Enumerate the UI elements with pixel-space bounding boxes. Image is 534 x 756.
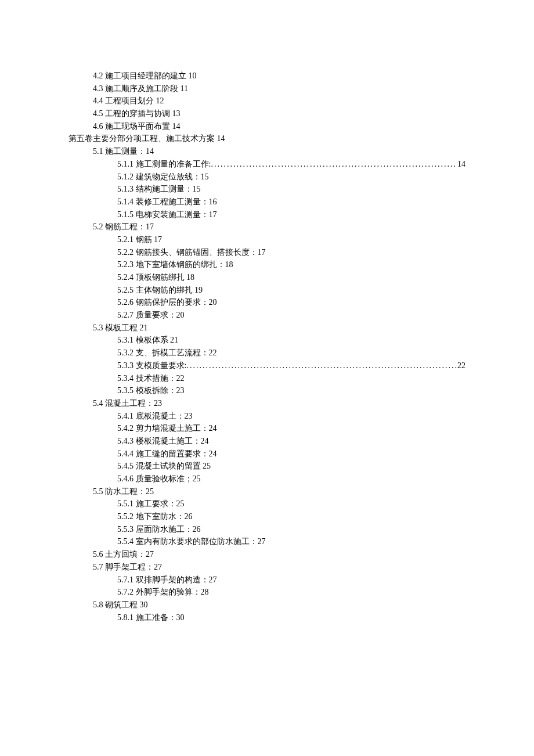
toc-entry-5-2-5: 5.2.5 主体钢筋的绑扎 19: [68, 284, 466, 297]
toc-page: 14: [457, 158, 466, 171]
toc-entry-5-2: 5.2 钢筋工程：17: [68, 221, 466, 233]
toc-text: 5.7 脚手架工程：27: [93, 563, 162, 571]
toc-text: 5.7.2 外脚手架的验算：28: [117, 588, 209, 596]
toc-label: 5.3.3 支模质量要求:: [117, 359, 186, 372]
toc-label: 5.1.1 施工测量的准备工作:: [117, 158, 211, 171]
toc-entry-5-2-3: 5.2.3 地下室墙体钢筋的绑扎：18: [68, 258, 466, 271]
toc-entry-5-2-7: 5.2.7 质量要求：20: [68, 309, 466, 322]
toc-text: 5.3.1 模板体系 21: [117, 336, 178, 344]
toc-text: 5.6 土方回填：27: [93, 550, 154, 559]
toc-entry-5-2-6: 5.2.6 钢筋保护层的要求：20: [68, 296, 466, 309]
toc-entry-5-3: 5.3 模板工程 21: [68, 322, 466, 334]
toc-text: 5.3 模板工程 21: [93, 323, 148, 332]
toc-text: 5.5.4 室内有防水要求的部位防水施工：27: [117, 537, 266, 546]
toc-entry-5-5-4: 5.5.4 室内有防水要求的部位防水施工：27: [68, 535, 466, 548]
toc-entry-5-1-5: 5.1.5 电梯安装施工测量：17: [68, 208, 466, 221]
toc-text: 5.1.3 结构施工测量：15: [117, 185, 201, 193]
toc-entry-5-4-3: 5.4.3 楼板混凝土施工：24: [68, 435, 466, 448]
toc-entry-5-4: 5.4 混凝土工程：23: [68, 397, 466, 410]
toc-text: 5.5.3 屋面防水施工：26: [117, 525, 201, 534]
toc-text: 5.3.4 技术措施：22: [117, 374, 185, 383]
toc-leader-dots: ........................................…: [186, 359, 457, 372]
toc-entry-4-2: 4.2 施工项目经理部的建立 10: [68, 70, 466, 82]
toc-entry-5-2-2: 5.2.2 钢筋接头、钢筋锚固、搭接长度：17: [68, 246, 466, 259]
toc-entry-5-4-1: 5.4.1 底板混凝土：23: [68, 410, 466, 423]
toc-text: 4.4 工程项目划分 12: [93, 96, 164, 105]
toc-entry-5-5-2: 5.5.2 地下室防水：26: [68, 510, 466, 523]
toc-text: 5.7.1 双排脚手架的构造：27: [117, 575, 217, 584]
toc-entry-5-7: 5.7 脚手架工程：27: [68, 561, 466, 574]
toc-entry-5-2-1: 5.2.1 钢筋 17: [68, 233, 466, 246]
toc-text: 5.2.7 质量要求：20: [117, 311, 185, 319]
toc-entry-5-8-1: 5.8.1 施工准备：30: [68, 611, 466, 624]
toc-text: 5.4.6 质量验收标准；25: [117, 474, 201, 483]
toc-text: 4.5 工程的穿插与协调 13: [93, 109, 181, 118]
toc-entry-5-5-3: 5.5.3 屋面防水施工：26: [68, 523, 466, 536]
toc-text: 5.4.5 混凝土试块的留置 25: [117, 462, 211, 470]
toc-text: 5.2.6 钢筋保护层的要求：20: [117, 298, 217, 307]
toc-text: 4.6 施工现场平面布置 14: [93, 122, 181, 131]
toc-entry-5-1-4: 5.1.4 装修工程施工测量：16: [68, 196, 466, 208]
toc-text: 5.2 钢筋工程：17: [93, 222, 154, 231]
toc-entry-5-4-2: 5.4.2 剪力墙混凝土施工：24: [68, 422, 466, 435]
toc-text: 5.1.5 电梯安装施工测量：17: [117, 210, 217, 219]
toc-text: 4.2 施工项目经理部的建立 10: [93, 71, 197, 80]
toc-text: 5.5 防水工程：25: [93, 487, 154, 496]
toc-entry-5-4-5: 5.4.5 混凝土试块的留置 25: [68, 460, 466, 473]
toc-entry-5-1-3: 5.1.3 结构施工测量：15: [68, 183, 466, 196]
toc-entry-5-3-3: 5.3.3 支模质量要求: ..........................…: [68, 359, 466, 372]
toc-entry-5-3-5: 5.3.5 模板拆除：23: [68, 384, 466, 397]
toc-entry-5-1-1: 5.1.1 施工测量的准备工作: .......................…: [68, 158, 466, 171]
toc-entry-5-1: 5.1 施工测量：14: [68, 145, 466, 158]
toc-text: 4.3 施工顺序及施工阶段 11: [93, 84, 188, 93]
toc-entry-5-6: 5.6 土方回填：27: [68, 548, 466, 561]
toc-entry-5-4-4: 5.4.4 施工缝的留置要求：24: [68, 448, 466, 460]
toc-text: 5.4.3 楼板混凝土施工：24: [117, 437, 209, 445]
toc-text: 5.2.1 钢筋 17: [117, 235, 162, 244]
toc-text: 5.4.2 剪力墙混凝土施工：24: [117, 424, 217, 433]
toc-entry-4-6: 4.6 施工现场平面布置 14: [68, 120, 466, 133]
toc-text: 第五卷主要分部分项工程、施工技术方案 14: [68, 134, 225, 143]
toc-text: 5.4.4 施工缝的留置要求：24: [117, 449, 217, 458]
toc-entry-5-3-1: 5.3.1 模板体系 21: [68, 334, 466, 347]
toc-entry-4-3: 4.3 施工顺序及施工阶段 11: [68, 82, 466, 95]
toc-entry-5-3-2: 5.3.2 支、拆模工艺流程：22: [68, 347, 466, 359]
toc-entry-5-2-4: 5.2.4 顶板钢筋绑扎 18: [68, 271, 466, 284]
toc-text: 5.3.5 模板拆除：23: [117, 386, 185, 395]
toc-entry-5-3-4: 5.3.4 技术措施：22: [68, 372, 466, 385]
toc-text: 5.2.4 顶板钢筋绑扎 18: [117, 273, 194, 282]
toc-entry-5-5: 5.5 防水工程：25: [68, 485, 466, 498]
toc-text: 5.2.5 主体钢筋的绑扎 19: [117, 286, 203, 294]
toc-text: 5.2.2 钢筋接头、钢筋锚固、搭接长度：17: [117, 248, 266, 257]
toc-entry-5-7-2: 5.7.2 外脚手架的验算：28: [68, 586, 466, 599]
toc-text: 5.8 砌筑工程 30: [93, 600, 148, 609]
toc-page: 22: [457, 359, 466, 372]
toc-text: 5.1.2 建筑物定位放线：15: [117, 172, 209, 181]
toc-entry-4-5: 4.5 工程的穿插与协调 13: [68, 107, 466, 120]
toc-text: 5.1 施工测量：14: [93, 147, 154, 156]
toc-text: 5.5.2 地下室防水：26: [117, 512, 193, 521]
toc-text: 5.8.1 施工准备：30: [117, 613, 185, 622]
toc-entry-4-4: 4.4 工程项目划分 12: [68, 95, 466, 107]
toc-text: 5.4 混凝土工程：23: [93, 399, 162, 408]
toc-entry-5-7-1: 5.7.1 双排脚手架的构造：27: [68, 574, 466, 586]
toc-text: 5.2.3 地下室墙体钢筋的绑扎：18: [117, 260, 233, 269]
toc-text: 5.1.4 装修工程施工测量：16: [117, 197, 217, 206]
toc-entry-5-1-2: 5.1.2 建筑物定位放线：15: [68, 171, 466, 183]
toc-entry-5-4-6: 5.4.6 质量验收标准；25: [68, 473, 466, 485]
toc-text: 5.5.1 施工要求：25: [117, 499, 185, 508]
toc-text: 5.4.1 底板混凝土：23: [117, 412, 193, 420]
toc-volume-5: 第五卷主要分部分项工程、施工技术方案 14: [68, 132, 466, 145]
toc-leader-dots: ........................................…: [211, 158, 457, 171]
toc-entry-5-5-1: 5.5.1 施工要求：25: [68, 498, 466, 510]
toc-entry-5-8: 5.8 砌筑工程 30: [68, 599, 466, 611]
toc-text: 5.3.2 支、拆模工艺流程：22: [117, 348, 217, 357]
